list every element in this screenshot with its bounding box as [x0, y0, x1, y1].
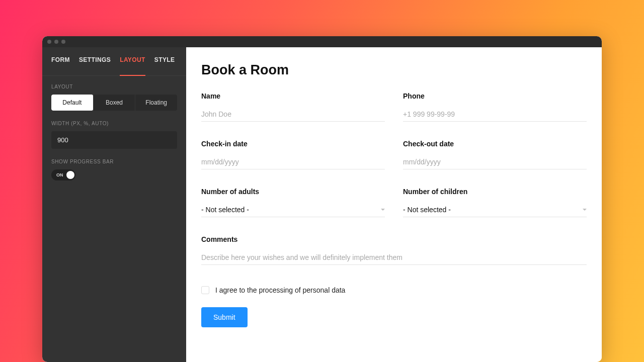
field-name-label: Name: [201, 92, 385, 100]
submit-button[interactable]: Submit: [201, 307, 248, 327]
field-checkout-input[interactable]: [403, 155, 587, 169]
tab-form[interactable]: FORM: [51, 56, 70, 69]
layout-option-floating[interactable]: Floating: [135, 95, 177, 111]
form-title: Book a Room: [201, 62, 587, 78]
progress-section-label: SHOW PROGRESS BAR: [51, 159, 177, 164]
field-children-label: Number of children: [403, 188, 587, 196]
consent-label: I agree to the processing of personal da…: [215, 286, 345, 294]
field-adults-select[interactable]: - Not selected -: [201, 203, 385, 217]
field-comments-input[interactable]: [201, 250, 587, 265]
app-window: FORM SETTINGS LAYOUT STYLE LAYOUT Defaul…: [42, 36, 602, 362]
field-phone-input[interactable]: [403, 107, 587, 122]
field-phone: Phone: [403, 92, 587, 122]
field-children-select[interactable]: - Not selected -: [403, 203, 587, 217]
width-section-label: WIDTH (PX, %, AUTO): [51, 121, 177, 126]
field-children-value: - Not selected -: [403, 206, 451, 214]
traffic-light-minimize[interactable]: [54, 40, 58, 44]
settings-sidebar: FORM SETTINGS LAYOUT STYLE LAYOUT Defaul…: [42, 47, 186, 362]
layout-option-boxed[interactable]: Boxed: [93, 95, 135, 111]
field-adults-label: Number of adults: [201, 188, 385, 196]
field-children: Number of children - Not selected -: [403, 188, 587, 217]
field-comments-label: Comments: [201, 235, 587, 243]
chevron-down-icon: [583, 209, 587, 211]
field-name-input[interactable]: [201, 107, 385, 122]
field-name: Name: [201, 92, 385, 122]
field-comments: Comments: [201, 235, 587, 265]
sidebar-tabs: FORM SETTINGS LAYOUT STYLE: [42, 50, 186, 76]
form-grid: Name Phone Check-in date Check-out date: [201, 92, 587, 294]
field-checkin-label: Check-in date: [201, 140, 385, 148]
field-checkin: Check-in date: [201, 140, 385, 169]
layout-section-label: LAYOUT: [51, 84, 177, 89]
progress-section: SHOW PROGRESS BAR ON: [42, 151, 186, 183]
field-adults-value: - Not selected -: [201, 206, 249, 214]
layout-segmented-control: Default Boxed Floating: [51, 95, 177, 111]
consent-row: I agree to the processing of personal da…: [201, 286, 587, 294]
layout-section: LAYOUT Default Boxed Floating: [42, 76, 186, 113]
tab-style[interactable]: STYLE: [154, 56, 175, 69]
tab-layout[interactable]: LAYOUT: [120, 56, 145, 76]
form-preview: Book a Room Name Phone Check-in date Che…: [186, 47, 602, 362]
width-section: WIDTH (PX, %, AUTO): [42, 113, 186, 151]
tab-settings[interactable]: SETTINGS: [79, 56, 111, 69]
consent-checkbox[interactable]: [201, 286, 209, 294]
traffic-light-close[interactable]: [47, 40, 51, 44]
layout-option-default[interactable]: Default: [51, 95, 93, 111]
chevron-down-icon: [381, 209, 385, 211]
window-titlebar: [42, 36, 602, 47]
field-phone-label: Phone: [403, 92, 587, 100]
field-adults: Number of adults - Not selected -: [201, 188, 385, 217]
field-checkout: Check-out date: [403, 140, 587, 169]
field-checkout-label: Check-out date: [403, 140, 587, 148]
field-checkin-input[interactable]: [201, 155, 385, 169]
app-body: FORM SETTINGS LAYOUT STYLE LAYOUT Defaul…: [42, 47, 602, 362]
progress-toggle-label: ON: [56, 172, 63, 177]
progress-toggle[interactable]: ON: [51, 169, 75, 180]
traffic-light-maximize[interactable]: [61, 40, 65, 44]
progress-toggle-knob: [66, 171, 74, 179]
width-input[interactable]: [51, 131, 177, 149]
